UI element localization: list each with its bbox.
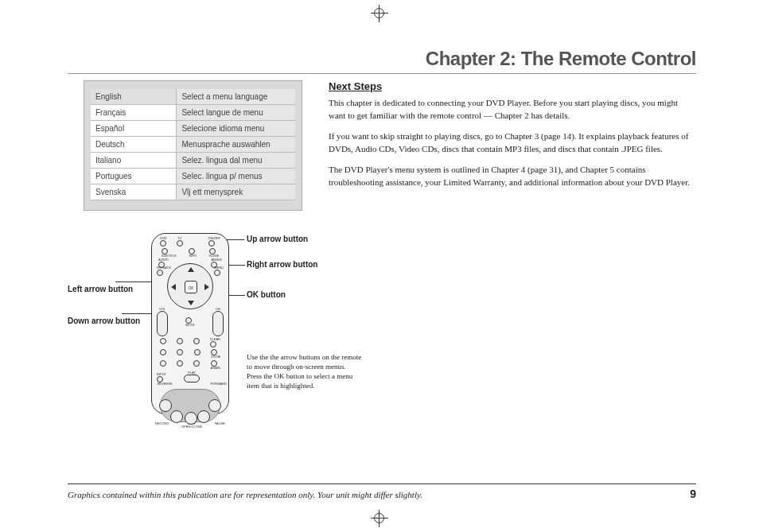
language-menu-figure: EnglishSelect a menu language FrançaisSe… xyxy=(84,80,302,211)
remote-figure: Left arrow button Down arrow button Up a… xyxy=(68,233,465,432)
num-button-icon xyxy=(177,349,183,355)
left-column: EnglishSelect a menu language FrançaisSe… xyxy=(68,80,306,432)
num-button-icon xyxy=(177,338,183,344)
down-arrow-icon xyxy=(188,301,194,305)
language-table: EnglishSelect a menu language FrançaisSe… xyxy=(91,89,295,200)
figure-caption: Use the the arrow buttons on the remote … xyxy=(247,352,362,391)
page-number: 9 xyxy=(690,487,696,500)
footer-note: Graphics contained within this publicati… xyxy=(68,490,422,499)
num-button-icon xyxy=(194,349,200,355)
num-button-icon xyxy=(160,338,166,344)
tv-button-icon xyxy=(177,240,183,247)
callout-down-arrow: Down arrow button xyxy=(68,316,141,326)
goback-button-icon xyxy=(157,270,163,276)
ok-button-icon: OK xyxy=(185,281,197,293)
play-button-icon xyxy=(184,375,200,382)
page-content: Chapter 2: The Remote Control EnglishSel… xyxy=(68,48,696,493)
dpad-icon: OK xyxy=(167,263,213,309)
body-paragraph: If you want to skip straight to playing … xyxy=(329,130,696,156)
vol-rocker-icon xyxy=(157,311,168,336)
callout-right-arrow: Right arrow button xyxy=(247,260,317,270)
body-paragraph: The DVD Player's menu system is outlined… xyxy=(329,164,696,189)
callout-up-arrow: Up arrow button xyxy=(247,235,308,244)
table-row: PortuguesSelec. lingua p/ menus xyxy=(91,169,295,184)
forward-button-icon xyxy=(208,399,221,412)
right-arrow-icon xyxy=(204,284,209,290)
table-row: DeutschMenusprache auswahlen xyxy=(91,137,295,153)
num-button-icon xyxy=(193,338,200,344)
ch-rocker-icon xyxy=(212,311,224,336)
dvd-button-icon xyxy=(160,240,166,247)
pause-button-icon xyxy=(197,410,210,423)
reverse-button-icon xyxy=(159,399,172,412)
num-button-icon xyxy=(160,349,166,355)
page-footer: Graphics contained within this publicati… xyxy=(68,483,696,500)
num-button-icon xyxy=(160,360,166,367)
table-row: EnglishSelect a menu language xyxy=(91,89,295,105)
section-heading: Next Steps xyxy=(329,80,696,92)
clear-button-icon xyxy=(210,341,216,348)
registration-mark-top xyxy=(371,5,388,22)
table-row: ItalianoSelez. lingua dal menu xyxy=(91,153,295,169)
record-button-icon xyxy=(170,410,183,423)
transport-cluster-icon xyxy=(160,389,220,422)
table-row: FrançaisSelect langue de menu xyxy=(91,105,295,121)
left-arrow-icon xyxy=(171,284,176,290)
stop-button-icon xyxy=(185,412,197,425)
callout-ok: OK button xyxy=(247,290,286,300)
registration-mark-bottom xyxy=(371,510,388,527)
body-paragraph: This chapter is dedicated to connecting … xyxy=(329,97,696,122)
remote-diagram: DVD TV ON•OFF SUBTITLE INFO GUIDE AUDIO xyxy=(151,233,229,414)
table-row: EspañolSelecione idioma menu xyxy=(91,121,295,137)
menu-button-icon xyxy=(214,270,220,276)
num-button-icon xyxy=(177,360,183,367)
chapter-title: Chapter 2: The Remote Control xyxy=(68,48,696,70)
table-row: SvenskaVlj ett menysprek xyxy=(91,184,295,200)
power-button-icon xyxy=(208,240,215,247)
title-rule xyxy=(68,73,696,74)
num-button-icon xyxy=(193,360,200,367)
callout-left-arrow: Left arrow button xyxy=(68,285,141,294)
up-arrow-icon xyxy=(188,267,194,272)
